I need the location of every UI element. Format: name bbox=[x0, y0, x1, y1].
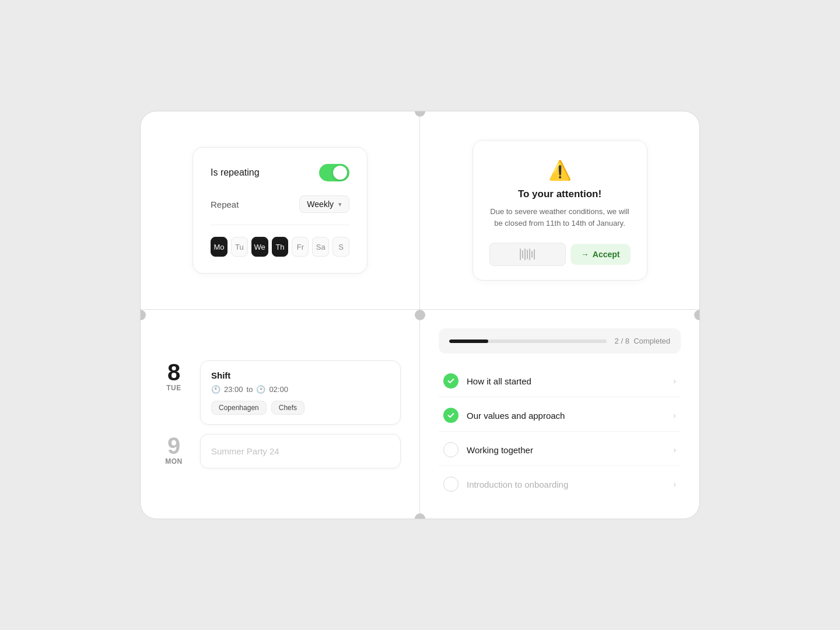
party-title: Summer Party 24 bbox=[211, 446, 390, 456]
shift-time-start: 23:00 bbox=[224, 385, 243, 394]
barcode-line bbox=[531, 251, 533, 258]
day-we[interactable]: We bbox=[251, 237, 268, 257]
day-th[interactable]: Th bbox=[272, 237, 289, 257]
repeat-value: Weekly bbox=[307, 200, 334, 209]
tag-copenhagen: Copenhagen bbox=[211, 401, 267, 415]
check-icon-1 bbox=[443, 373, 459, 388]
repeat-label: Repeat bbox=[211, 200, 239, 209]
date-block-9: 9 MON bbox=[159, 434, 188, 466]
barcode-line bbox=[524, 249, 526, 260]
barcode-line bbox=[527, 250, 528, 259]
checklist-text-4: Introduction to onboarding bbox=[467, 480, 665, 489]
checkmark-icon-2 bbox=[447, 411, 455, 419]
barcode-lines bbox=[520, 247, 535, 261]
checklist-item-3[interactable]: Working together › bbox=[439, 434, 681, 466]
repeat-row: Repeat Weekly ▾ bbox=[211, 195, 349, 225]
day-tu[interactable]: Tu bbox=[231, 237, 248, 257]
checkmark-icon-1 bbox=[447, 377, 455, 385]
shift-title: Shift bbox=[211, 370, 390, 380]
date-number-8: 8 bbox=[159, 360, 188, 384]
barcode-line bbox=[520, 249, 521, 260]
toggle-row: Is repeating bbox=[211, 164, 349, 181]
quadrant-repeat: Is repeating Repeat Weekly ▾ Mo Tu We Th… bbox=[141, 111, 420, 310]
repeat-select[interactable]: Weekly ▾ bbox=[299, 195, 349, 213]
toggle-switch[interactable] bbox=[319, 164, 349, 181]
quadrant-checklist: 2 / 8 Completed How it all started › Ou bbox=[420, 310, 699, 519]
shift-time: 🕚 23:00 to 🕑 02:00 bbox=[211, 385, 390, 394]
schedule-row-8: 8 TUE Shift 🕚 23:00 to 🕑 02:00 Copenhage… bbox=[159, 360, 401, 425]
alert-body: Due to severe weather conditions, we wil… bbox=[489, 206, 631, 229]
progress-bar-track bbox=[449, 340, 607, 343]
day-sa[interactable]: Sa bbox=[312, 237, 329, 257]
quadrant-alert: ⚠️ To your attention! Due to severe weat… bbox=[420, 111, 699, 310]
clock-icon-end: 🕑 bbox=[256, 385, 265, 394]
date-day-9: MON bbox=[159, 457, 188, 466]
chevron-down-icon: ▾ bbox=[338, 201, 342, 208]
barcode-line bbox=[529, 249, 530, 260]
main-container: Is repeating Repeat Weekly ▾ Mo Tu We Th… bbox=[140, 111, 700, 519]
quadrant-schedule: 8 TUE Shift 🕚 23:00 to 🕑 02:00 Copenhage… bbox=[141, 310, 420, 519]
checklist-text-3: Working together bbox=[467, 445, 665, 455]
shift-card[interactable]: Shift 🕚 23:00 to 🕑 02:00 Copenhagen Chef… bbox=[200, 360, 401, 425]
accept-label: Accept bbox=[593, 250, 620, 259]
progress-bar-fill bbox=[449, 340, 488, 343]
arrow-right-icon: → bbox=[581, 250, 589, 259]
progress-card: 2 / 8 Completed bbox=[439, 328, 681, 354]
chevron-right-icon-2: › bbox=[673, 411, 676, 420]
alert-actions: → Accept bbox=[489, 243, 631, 266]
alert-card: ⚠️ To your attention! Due to severe weat… bbox=[473, 140, 648, 281]
chevron-right-icon-1: › bbox=[673, 376, 676, 386]
check-icon-3 bbox=[443, 442, 459, 457]
date-number-9: 9 bbox=[159, 434, 188, 457]
date-block-8: 8 TUE bbox=[159, 360, 188, 392]
check-icon-4 bbox=[443, 477, 459, 492]
checklist-item-1[interactable]: How it all started › bbox=[439, 365, 681, 397]
schedule-row-9: 9 MON Summer Party 24 bbox=[159, 434, 401, 468]
checklist-item-4[interactable]: Introduction to onboarding › bbox=[439, 468, 681, 500]
checklist-item-2[interactable]: Our values and approach › bbox=[439, 400, 681, 432]
repeat-card: Is repeating Repeat Weekly ▾ Mo Tu We Th… bbox=[192, 147, 368, 274]
day-su[interactable]: S bbox=[332, 237, 349, 257]
shift-to: to bbox=[247, 385, 253, 394]
date-day-8: TUE bbox=[159, 384, 188, 392]
check-icon-2 bbox=[443, 408, 459, 423]
checklist-container: 2 / 8 Completed How it all started › Ou bbox=[439, 328, 681, 500]
accept-button[interactable]: → Accept bbox=[570, 244, 631, 265]
chevron-right-icon-3: › bbox=[673, 445, 676, 454]
tag-row: Copenhagen Chefs bbox=[211, 401, 390, 415]
days-row: Mo Tu We Th Fr Sa S bbox=[211, 237, 349, 257]
checklist-text-2: Our values and approach bbox=[467, 411, 665, 421]
clock-icon-start: 🕚 bbox=[211, 385, 220, 394]
warning-icon: ⚠️ bbox=[489, 159, 631, 181]
alert-title: To your attention! bbox=[489, 188, 631, 200]
shift-time-end: 02:00 bbox=[269, 385, 288, 394]
progress-label: 2 / 8 Completed bbox=[615, 337, 670, 345]
barcode-line bbox=[522, 250, 523, 258]
barcode-line bbox=[534, 249, 535, 260]
toggle-label: Is repeating bbox=[211, 167, 260, 178]
day-mo[interactable]: Mo bbox=[211, 237, 228, 257]
barcode-placeholder bbox=[489, 243, 566, 266]
checklist-text-1: How it all started bbox=[467, 376, 665, 386]
chevron-right-icon-4: › bbox=[673, 480, 676, 489]
day-fr[interactable]: Fr bbox=[292, 237, 309, 257]
party-card[interactable]: Summer Party 24 bbox=[200, 434, 401, 468]
schedule-container: 8 TUE Shift 🕚 23:00 to 🕑 02:00 Copenhage… bbox=[159, 360, 401, 468]
tag-chefs: Chefs bbox=[271, 401, 304, 415]
